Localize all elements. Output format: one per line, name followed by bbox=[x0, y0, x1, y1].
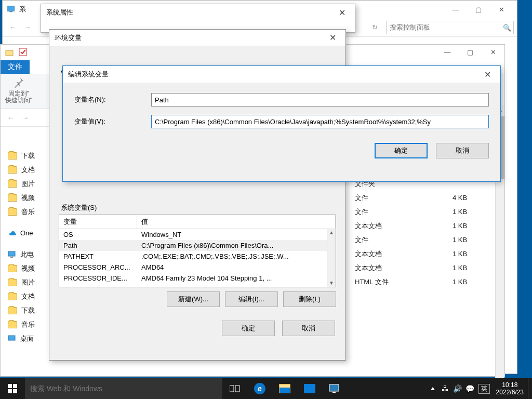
variable-value-label: 变量值(V): bbox=[74, 117, 151, 126]
store-button[interactable] bbox=[297, 378, 322, 399]
control-panel-search-input[interactable] bbox=[390, 23, 503, 31]
svg-rect-4 bbox=[8, 251, 15, 256]
chevron-up-icon bbox=[431, 387, 435, 390]
table-row[interactable]: PATHEXT.COM;.EXE;.BAT;.CMD;.VBS;.VBE;.JS… bbox=[59, 251, 336, 262]
system-vars-buttons: 新建(W)... 编辑(I)... 删除(L) bbox=[59, 287, 336, 311]
clock-time: 10:18 bbox=[496, 381, 524, 389]
env-close-button[interactable]: ✕ bbox=[325, 32, 340, 44]
folder-icon bbox=[8, 194, 17, 202]
delete-button[interactable]: 删除(L) bbox=[283, 291, 336, 307]
table-scrollbar[interactable]: ▲▼ bbox=[327, 228, 336, 287]
variable-value-input[interactable] bbox=[151, 115, 489, 128]
close-icon: ✕ bbox=[484, 70, 491, 79]
search-icon: 🔍 bbox=[503, 24, 510, 31]
control-panel-title: 系 bbox=[19, 5, 26, 14]
close-button[interactable]: ✕ bbox=[490, 2, 513, 17]
edit-dialog-buttons: 确定 取消 bbox=[63, 137, 500, 166]
system-vars-table[interactable]: 变量 值 OSWindows_NT PathC:\Program Files (… bbox=[59, 215, 336, 287]
system-vars-section: 系统变量(S) 变量 值 OSWindows_NT PathC:\Program… bbox=[49, 203, 345, 314]
system-properties-title: 系统属性 bbox=[46, 8, 73, 17]
start-button[interactable] bbox=[0, 378, 25, 399]
table-row[interactable]: PROCESSOR_IDE...AMD64 Family 23 Model 10… bbox=[59, 273, 336, 284]
file-type-cell: 文件 bbox=[355, 205, 417, 219]
nav-refresh-icon[interactable]: ↻ bbox=[367, 20, 382, 35]
pin-to-quickaccess[interactable]: 固定到" 快速访问" bbox=[1, 74, 37, 109]
checkbox-icon bbox=[18, 47, 29, 58]
header-value[interactable]: 值 bbox=[137, 215, 336, 229]
explorer-taskbar-button[interactable] bbox=[272, 378, 297, 399]
variable-name-input[interactable] bbox=[151, 93, 489, 107]
control-panel-search[interactable]: 🔍 bbox=[386, 21, 514, 34]
tray-overflow-button[interactable] bbox=[427, 378, 439, 399]
clock-date: 2022/6/23 bbox=[496, 389, 524, 396]
explorer-back-icon[interactable]: ← bbox=[4, 111, 18, 125]
ok-button[interactable]: 确定 bbox=[375, 143, 428, 158]
network-icon[interactable]: 🖧 bbox=[439, 378, 451, 399]
edge-button[interactable]: e bbox=[247, 378, 272, 399]
file-tab[interactable]: 文件 bbox=[1, 60, 30, 74]
explorer-icon bbox=[5, 47, 15, 58]
taskbar: e 🖧 🔊 💬 英 10:18 2022/6/23 bbox=[0, 378, 532, 399]
scroll-up-icon[interactable]: ▲ bbox=[327, 228, 336, 236]
file-type-cell: 文本文档 bbox=[355, 247, 417, 261]
ok-button[interactable]: 确定 bbox=[222, 321, 275, 336]
svg-rect-5 bbox=[10, 257, 13, 258]
file-size-cell: 1 KB bbox=[453, 233, 489, 247]
nav-forward-icon[interactable]: → bbox=[20, 20, 35, 35]
explorer-minimize-button[interactable]: — bbox=[436, 45, 459, 60]
table-row-selected[interactable]: PathC:\Program Files (x86)\Common Files\… bbox=[59, 240, 336, 251]
edge-icon: e bbox=[254, 383, 265, 394]
explorer-close-button[interactable]: ✕ bbox=[482, 45, 504, 60]
svg-rect-2 bbox=[6, 50, 13, 56]
pin-label-2: 快速访问" bbox=[1, 97, 37, 104]
explorer-forward-icon[interactable]: → bbox=[18, 111, 33, 125]
cancel-button[interactable]: 取消 bbox=[282, 321, 335, 336]
clock[interactable]: 10:18 2022/6/23 bbox=[492, 381, 528, 396]
cancel-button[interactable]: 取消 bbox=[436, 143, 489, 158]
file-type-cell: 文件 bbox=[355, 191, 417, 205]
file-type-cell: HTML 文件 bbox=[355, 275, 417, 289]
folder-icon bbox=[8, 293, 17, 300]
nav-back-icon[interactable]: ← bbox=[6, 20, 20, 35]
app-button[interactable] bbox=[322, 378, 347, 399]
system-properties-close-button[interactable]: ✕ bbox=[334, 6, 350, 19]
explorer-maximize-button[interactable]: ▢ bbox=[459, 45, 482, 60]
new-button[interactable]: 新建(W)... bbox=[167, 291, 220, 307]
show-desktop-button[interactable] bbox=[528, 378, 531, 399]
svg-rect-8 bbox=[235, 385, 240, 392]
system-vars-title: 系统变量(S) bbox=[61, 203, 334, 212]
scroll-down-icon[interactable]: ▼ bbox=[327, 278, 336, 287]
folder-icon bbox=[8, 307, 17, 314]
edit-button[interactable]: 编辑(I)... bbox=[225, 291, 278, 307]
desktop-icon bbox=[8, 335, 16, 343]
close-icon: ✕ bbox=[329, 33, 336, 43]
folder-icon bbox=[8, 180, 17, 188]
env-title: 环境变量 bbox=[55, 33, 82, 43]
folder-icon bbox=[8, 166, 17, 174]
env-dialog-buttons: 确定 取消 bbox=[49, 314, 345, 344]
variable-name-row: 变量名(N): bbox=[74, 93, 489, 107]
svg-rect-6 bbox=[8, 336, 15, 340]
monitor-icon bbox=[328, 383, 341, 394]
ime-indicator[interactable]: 英 bbox=[478, 384, 490, 394]
taskview-button[interactable] bbox=[222, 378, 247, 399]
volume-icon[interactable]: 🔊 bbox=[451, 378, 464, 399]
minimize-button[interactable]: — bbox=[444, 2, 467, 17]
folder-icon bbox=[8, 265, 17, 272]
edit-close-button[interactable]: ✕ bbox=[480, 68, 495, 81]
variable-name-label: 变量名(N): bbox=[74, 95, 151, 104]
maximize-button[interactable]: ▢ bbox=[467, 2, 490, 17]
folder-icon bbox=[8, 152, 17, 159]
table-row[interactable]: OSWindows_NT bbox=[59, 229, 336, 240]
explorer-folder-icon bbox=[279, 384, 290, 393]
taskbar-search-input[interactable] bbox=[25, 378, 222, 399]
file-size-cell: 1 KB bbox=[453, 275, 489, 289]
action-center-icon[interactable]: 💬 bbox=[464, 378, 476, 399]
store-icon bbox=[304, 384, 315, 393]
close-icon: ✕ bbox=[339, 8, 345, 18]
header-variable[interactable]: 变量 bbox=[59, 215, 137, 229]
table-row[interactable]: PROCESSOR_ARC...AMD64 bbox=[59, 262, 336, 273]
file-size-cell: 1 KB bbox=[453, 247, 489, 261]
onedrive-icon bbox=[8, 229, 16, 237]
edit-title: 编辑系统变量 bbox=[68, 70, 109, 79]
